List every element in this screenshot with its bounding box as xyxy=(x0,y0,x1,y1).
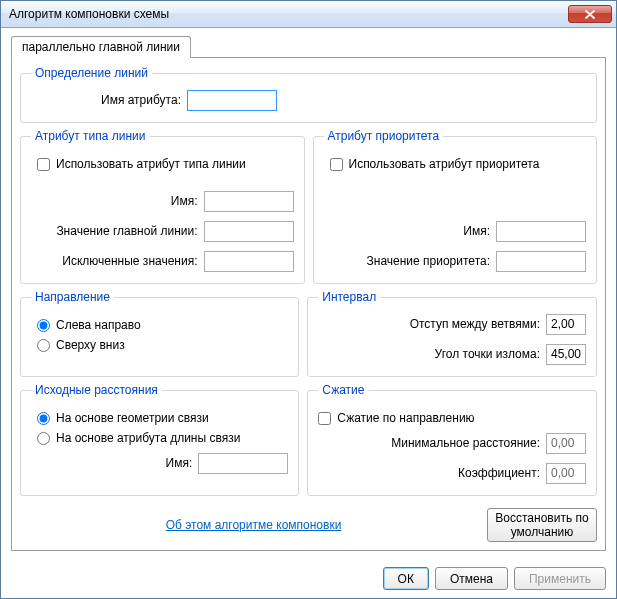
priority-value-label: Значение приоритета: xyxy=(367,254,490,268)
window-title: Алгоритм компоновки схемы xyxy=(9,7,568,21)
group-init-distances: Исходные расстояния На основе геометрии … xyxy=(20,383,299,496)
cancel-button[interactable]: Отмена xyxy=(435,567,508,590)
initdist-name-input[interactable] xyxy=(198,453,288,474)
close-icon xyxy=(585,10,595,19)
line-type-name-input[interactable] xyxy=(204,191,294,212)
group-init-distances-legend: Исходные расстояния xyxy=(31,383,162,397)
main-line-value-label: Значение главной линии: xyxy=(56,224,197,238)
client-area: параллельно главной линии Определение ли… xyxy=(1,28,616,559)
direction-ttb-label: Сверху вниз xyxy=(56,338,125,352)
apply-button[interactable]: Применить xyxy=(514,567,606,590)
row-direction-interval: Направление Слева направо Сверху вниз Ин… xyxy=(20,290,597,377)
dialog-button-bar: ОК Отмена Применить xyxy=(1,559,616,598)
use-line-type-label: Использовать атрибут типа линии xyxy=(56,157,246,171)
priority-name-label: Имя: xyxy=(463,224,490,238)
initdist-geometry-radio[interactable] xyxy=(37,412,50,425)
group-compress: Сжатие Сжатие по направлению Минимальное… xyxy=(307,383,597,496)
priority-value-input[interactable] xyxy=(496,251,586,272)
group-lines-definition: Определение линий Имя атрибута: xyxy=(20,66,597,123)
branch-offset-input[interactable] xyxy=(546,314,586,335)
min-distance-label: Минимальное расстояние: xyxy=(391,436,540,450)
group-compress-legend: Сжатие xyxy=(318,383,368,397)
panel-bottom-row: Об этом алгоритме компоновки Восстановит… xyxy=(20,508,597,542)
direction-ltr-label: Слева направо xyxy=(56,318,141,332)
group-lines-definition-legend: Определение линий xyxy=(31,66,152,80)
titlebar: Алгоритм компоновки схемы xyxy=(1,1,616,28)
min-distance-input[interactable] xyxy=(546,433,586,454)
coefficient-input[interactable] xyxy=(546,463,586,484)
close-button[interactable] xyxy=(568,5,612,23)
priority-name-input[interactable] xyxy=(496,221,586,242)
coefficient-label: Коэффициент: xyxy=(458,466,540,480)
ok-button[interactable]: ОК xyxy=(383,567,429,590)
main-line-value-input[interactable] xyxy=(204,221,294,242)
group-direction: Направление Слева направо Сверху вниз xyxy=(20,290,299,377)
use-priority-checkbox[interactable] xyxy=(330,158,343,171)
use-line-type-checkbox[interactable] xyxy=(37,158,50,171)
tabstrip: параллельно главной линии xyxy=(11,36,606,57)
attr-name-input[interactable] xyxy=(187,90,277,111)
compress-direction-checkbox[interactable] xyxy=(318,412,331,425)
break-angle-input[interactable] xyxy=(546,344,586,365)
tab-mainline-parallel[interactable]: параллельно главной линии xyxy=(11,36,191,58)
group-line-type-legend: Атрибут типа линии xyxy=(31,129,150,143)
break-angle-label: Угол точки излома: xyxy=(435,347,540,361)
group-interval: Интервал Отступ между ветвями: Угол точк… xyxy=(307,290,597,377)
row-linetype-priority: Атрибут типа линии Использовать атрибут … xyxy=(20,129,597,284)
initdist-attribute-label: На основе атрибута длины связи xyxy=(56,431,240,445)
excluded-values-input[interactable] xyxy=(204,251,294,272)
excluded-values-label: Исключенные значения: xyxy=(62,254,197,268)
group-line-type: Атрибут типа линии Использовать атрибут … xyxy=(20,129,305,284)
row-initdist-compress: Исходные расстояния На основе геометрии … xyxy=(20,383,597,496)
direction-ttb-radio[interactable] xyxy=(37,339,50,352)
group-direction-legend: Направление xyxy=(31,290,114,304)
group-priority-legend: Атрибут приоритета xyxy=(324,129,444,143)
group-priority: Атрибут приоритета Использовать атрибут … xyxy=(313,129,598,284)
dialog-window: Алгоритм компоновки схемы параллельно гл… xyxy=(0,0,617,599)
use-priority-label: Использовать атрибут приоритета xyxy=(349,157,540,171)
initdist-geometry-label: На основе геометрии связи xyxy=(56,411,209,425)
initdist-attribute-radio[interactable] xyxy=(37,432,50,445)
branch-offset-label: Отступ между ветвями: xyxy=(410,317,540,331)
direction-ltr-radio[interactable] xyxy=(37,319,50,332)
group-interval-legend: Интервал xyxy=(318,290,380,304)
attr-name-label: Имя атрибута: xyxy=(101,93,181,107)
initdist-name-label: Имя: xyxy=(166,456,193,470)
line-type-name-label: Имя: xyxy=(171,194,198,208)
compress-direction-label: Сжатие по направлению xyxy=(337,411,474,425)
about-algorithm-link[interactable]: Об этом алгоритме компоновки xyxy=(166,518,342,532)
restore-defaults-button[interactable]: Восстановить по умолчанию xyxy=(487,508,597,542)
tab-panel: Определение линий Имя атрибута: Атрибут … xyxy=(11,57,606,551)
